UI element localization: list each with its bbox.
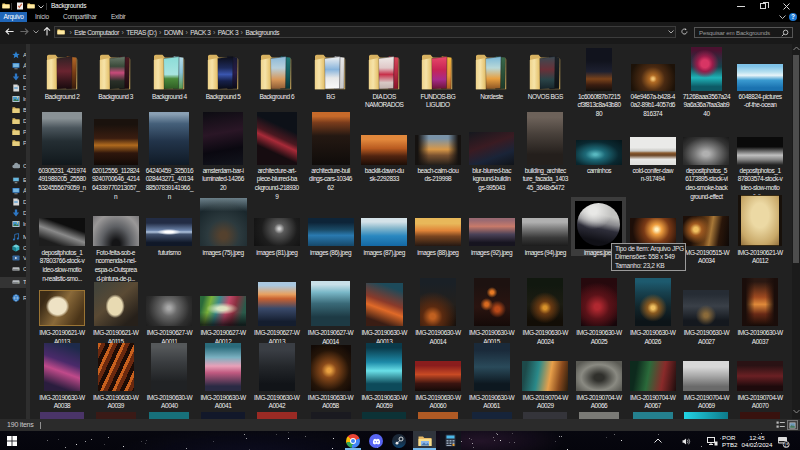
svg-text:15: 15: [784, 443, 790, 448]
